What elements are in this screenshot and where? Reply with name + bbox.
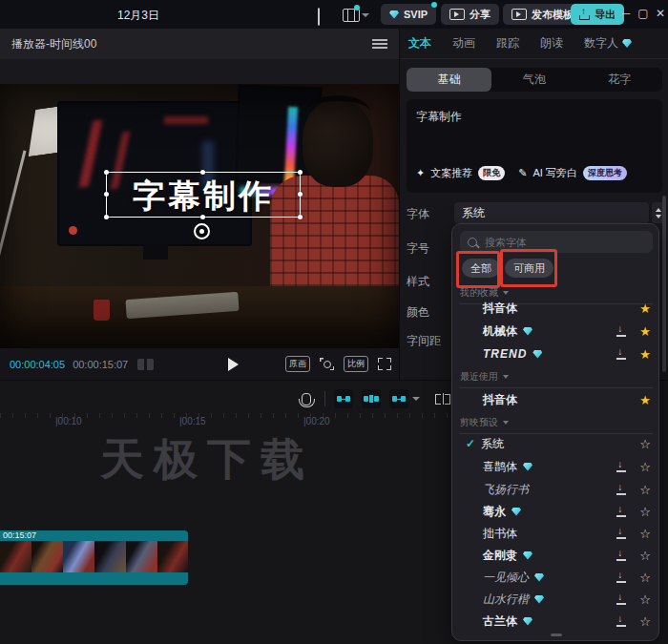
download-icon[interactable] [616, 326, 626, 337]
favorite-star-icon[interactable] [639, 484, 651, 496]
play-button[interactable] [228, 358, 239, 371]
font-item-system[interactable]: 系统 [460, 432, 653, 455]
text-selection-box[interactable]: 字幕制作 [106, 172, 301, 218]
download-icon[interactable] [616, 572, 626, 583]
download-icon[interactable] [616, 529, 626, 539]
svip-button[interactable]: SVIP [381, 4, 436, 25]
section-recent[interactable]: 最近使用 [460, 369, 653, 388]
transition-button[interactable] [389, 389, 408, 408]
tab-animation[interactable]: 动画 [452, 35, 475, 52]
panel-scrollbar[interactable] [662, 196, 666, 372]
export-button[interactable]: 导出 [571, 4, 624, 25]
video-preview[interactable]: 字幕制作 [0, 84, 399, 348]
share-button[interactable]: 分享 [441, 4, 499, 25]
search-icon [468, 238, 477, 247]
player-menu-icon[interactable] [372, 39, 387, 49]
download-icon[interactable] [616, 616, 626, 627]
favorite-star-icon[interactable] [639, 461, 651, 473]
favorite-star-icon[interactable] [639, 438, 651, 450]
favorite-star-icon[interactable] [639, 348, 651, 361]
font-item-yijianqingxin[interactable]: 一见倾心 [460, 566, 653, 589]
font-search-input[interactable] [483, 236, 630, 249]
vip-gem-icon [534, 573, 544, 582]
font-item-zhuoshuti[interactable]: 拙书体 [460, 522, 653, 545]
close-button[interactable]: ✕ [653, 6, 668, 21]
download-icon[interactable] [616, 462, 626, 472]
share-label: 分享 [470, 8, 491, 22]
vip-gem-icon [622, 39, 632, 48]
favorite-star-icon[interactable] [639, 593, 651, 606]
split-clip-icon[interactable] [435, 393, 450, 405]
minimize-button[interactable]: ─ [618, 6, 634, 21]
annotation-box-all [456, 251, 500, 288]
microphone-icon[interactable] [302, 393, 311, 405]
favorite-star-icon[interactable] [639, 528, 651, 540]
video-clip[interactable]: 00:15:07 [0, 530, 188, 585]
font-item-xiqueti[interactable]: 喜鹊体 [460, 455, 653, 478]
clip-thumbnail [94, 541, 126, 572]
subtab-group: 基础 气泡 花字 [407, 68, 662, 92]
ratio-button[interactable]: 比例 [344, 356, 368, 372]
download-icon[interactable] [616, 594, 626, 605]
subtab-bubble[interactable]: 气泡 [491, 68, 576, 92]
banner-toggle-icon[interactable] [318, 9, 320, 26]
vip-gem-icon [511, 508, 521, 516]
style-label: 样式 [407, 274, 429, 290]
subtab-fancy-text[interactable]: 花字 [577, 68, 662, 92]
font-item-douyinti[interactable]: 抖音体 [460, 297, 653, 320]
focus-icon[interactable] [320, 358, 334, 370]
font-item-gulanti[interactable]: 古兰体 [460, 610, 653, 633]
font-item-qianyong[interactable]: 骞永 [460, 500, 653, 523]
tab-text[interactable]: 文本 [408, 35, 431, 52]
original-quality-button[interactable]: 原画 [285, 356, 310, 372]
fullscreen-icon[interactable] [378, 358, 391, 370]
subtab-basic[interactable]: 基础 [407, 68, 491, 92]
download-icon[interactable] [616, 349, 626, 360]
maximize-button[interactable]: ▢ [636, 6, 651, 21]
share-icon [449, 9, 465, 20]
ruler-tick-label: |00:15 [179, 416, 206, 426]
vip-gem-icon [389, 10, 399, 19]
favorite-star-icon[interactable] [639, 571, 651, 584]
download-icon[interactable] [616, 551, 626, 561]
compare-icon[interactable] [137, 359, 154, 370]
deep-think-badge: 深度思考 [583, 166, 627, 180]
layout-switcher[interactable] [343, 9, 369, 22]
subtitle-overlay-text[interactable]: 字幕制作 [107, 175, 300, 218]
ai-narration-button[interactable]: AI 写旁白 [532, 166, 576, 180]
rotate-handle[interactable] [194, 223, 210, 239]
panel-tabs: 文本 动画 跟踪 朗读 数字人 [400, 29, 668, 59]
effects-button[interactable] [362, 389, 381, 408]
chevron-down-icon[interactable] [412, 397, 420, 401]
export-label: 导出 [595, 8, 616, 22]
layout-icon [343, 9, 360, 22]
font-select[interactable]: 系统 [454, 202, 649, 223]
copy-recommend-button[interactable]: 文案推荐 [430, 166, 472, 180]
clip-thumbnail [0, 541, 31, 572]
download-icon[interactable] [616, 507, 626, 517]
download-icon[interactable] [616, 485, 626, 495]
font-item-trend[interactable]: TREND [460, 343, 653, 365]
favorite-star-icon[interactable] [639, 506, 651, 518]
favorite-star-icon[interactable] [639, 325, 651, 338]
clip-thumbnails [0, 541, 188, 572]
font-item-jixieti[interactable]: 机械体 [460, 320, 653, 343]
favorite-star-icon[interactable] [639, 302, 651, 315]
font-item-shanshuixingkai[interactable]: 山水行楷 [460, 588, 653, 611]
svip-dot [431, 2, 437, 8]
clip-duration: 00:15:07 [3, 530, 36, 540]
tab-tracking[interactable]: 跟踪 [496, 35, 519, 52]
font-item-feiyangxingshu[interactable]: 飞扬行书 [460, 478, 653, 501]
link-clips-button[interactable] [334, 389, 353, 408]
font-item-jingangli[interactable]: 金刚隶 [460, 544, 653, 567]
favorite-star-icon[interactable] [639, 615, 651, 628]
svip-label: SVIP [404, 9, 428, 20]
tab-digital-human[interactable]: 数字人 [584, 35, 632, 52]
favorite-star-icon[interactable] [639, 394, 651, 406]
clip-thumbnail [126, 541, 157, 572]
font-item-douyinti-recent[interactable]: 抖音体 [460, 388, 653, 411]
spacing-label: 字间距 [407, 333, 441, 349]
favorite-star-icon[interactable] [639, 550, 651, 562]
section-presets[interactable]: 剪映预设 [460, 415, 653, 434]
tab-readaloud[interactable]: 朗读 [540, 35, 563, 52]
